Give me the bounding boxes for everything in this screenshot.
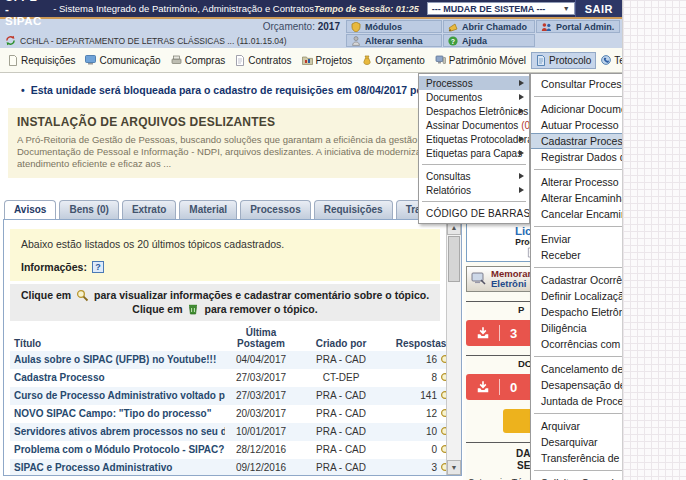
submenu-item[interactable]: Alterar Encaminhamento [531, 190, 623, 206]
tab[interactable]: Bens (0) [59, 200, 118, 219]
menu-orcamento[interactable]: Orçamento [357, 52, 429, 69]
magnifier-icon [76, 289, 89, 302]
sub-header: Orçamento: 2017 CCHLA - DEPARTAMENTO DE … [0, 19, 622, 48]
modules-icon [351, 22, 361, 32]
tab[interactable]: Extrato [122, 200, 176, 219]
submenu-item[interactable]: Cadastrar Ocorrências [531, 272, 623, 288]
topic-author: PRA - CAD [316, 462, 366, 473]
submenu-item[interactable]: Autuar Processo [531, 117, 623, 133]
menu-telefonia[interactable]: Telefonia [596, 52, 623, 69]
topic-replies-count: 0 [431, 444, 437, 455]
tab[interactable]: Material [179, 200, 237, 219]
news-title: INSTALAÇÃO DE ARQUIVOS DESLIZANTES [17, 115, 442, 129]
table-row: NOVO SIPAC Campo: "Tipo do processo" 20/… [10, 405, 446, 423]
tab[interactable]: Processos [240, 200, 311, 219]
topic-author: PRA - CAD [316, 390, 366, 401]
menu-item [422, 164, 526, 165]
submenu-item[interactable]: Adicionar Documento [531, 101, 623, 117]
submenu-item[interactable]: Juntada de Processos [531, 393, 623, 409]
open-ticket-button[interactable]: Abrir Chamado [443, 20, 535, 33]
table-row: SIPAC e Processo Administrativo 09/12/20… [10, 459, 446, 475]
topic-date: 09/12/2016 [236, 462, 286, 473]
menu-item[interactable]: Despachos Eletrônicos [419, 104, 529, 118]
unit-breadcrumb[interactable]: CCHLA - DEPARTAMENTO DE LETRAS CLÁSSICAS… [5, 35, 340, 46]
topic-author: PRA - CAD [316, 408, 366, 419]
topic-title-link[interactable]: Aulas sobre o SIPAC (UFPB) no Youtube!!! [14, 354, 216, 365]
topic-replies-count: 16 [426, 354, 437, 365]
menu-item[interactable]: Relatórios [419, 183, 529, 197]
help-question-icon[interactable]: ? [92, 261, 104, 273]
tab[interactable]: Avisos [4, 200, 56, 219]
menu-item[interactable]: Etiquetas Protocoladoras [419, 132, 529, 146]
blocking-warning: ! •Esta unidade será bloqueada para o ca… [12, 79, 463, 100]
topic-title-link[interactable]: NOVO SIPAC Campo: "Tipo do processo" [14, 408, 211, 419]
panel-scrollbar[interactable]: ▲ ▼ [446, 220, 461, 475]
menu-projetos[interactable]: Projetos [297, 52, 358, 69]
menu-protocolo[interactable]: Protocolo [531, 52, 596, 69]
contracts-icon [235, 55, 245, 66]
refresh-unit-icon [5, 35, 16, 46]
topic-title-link[interactable]: SIPAC e Processo Administrativo [14, 462, 172, 473]
menu-item[interactable]: Etiquetas para Capas [419, 146, 529, 160]
submenu-item[interactable]: Despacho Eletrônico [531, 304, 623, 320]
submenu-item[interactable]: Transferência de Processos [531, 450, 623, 466]
menu-item[interactable]: Processos [419, 76, 529, 90]
submenu-item[interactable]: Alterar Processo [531, 174, 623, 190]
modules-button[interactable]: Módulos [346, 20, 442, 33]
table-row: Aulas sobre o SIPAC (UFPB) no Youtube!!!… [10, 351, 446, 369]
menu-requisicoes[interactable]: Requisições [3, 52, 80, 69]
submenu-item[interactable]: Ocorrências com Prazos Atrasados [531, 336, 623, 352]
menu-item[interactable]: Documentos [419, 90, 529, 104]
info-label: Informações: [21, 261, 87, 273]
topic-title-link[interactable]: Cadastra Processo [14, 372, 105, 383]
menu-item[interactable]: CÓDIGO DE BARRAS [419, 206, 529, 220]
protocol-icon [536, 55, 546, 66]
topic-title-link[interactable]: Servidores ativos abrem processos no seu… [14, 426, 225, 437]
logout-button[interactable]: SAIR [575, 0, 622, 17]
submenu-item[interactable]: Arquivar [531, 418, 623, 434]
topic-title-link[interactable]: Curso de Processo Administrativo voltado… [14, 390, 225, 401]
help-button[interactable]: ? Ajuda [443, 34, 535, 47]
svg-text:?: ? [451, 37, 455, 44]
menu-compras[interactable]: Compras [166, 52, 231, 69]
scroll-down-button[interactable]: ▼ [447, 460, 461, 475]
submenu-item[interactable]: Definir Localização Física [531, 288, 623, 304]
change-password-button[interactable]: Alterar senha [346, 34, 442, 47]
scrollbar-thumb[interactable] [448, 236, 460, 282]
col-titulo: Título [10, 324, 225, 351]
submenu-item [534, 356, 623, 357]
topic-replies-count: 141 [420, 390, 437, 401]
submenu-item[interactable]: Receber [531, 247, 623, 263]
submenu-item[interactable]: Desapensação de Processos [531, 377, 623, 393]
news-line: A Pró-Reitoria de Gestão de Pessoas, bus… [17, 134, 442, 146]
portal-admin-button[interactable]: Portal Admin. [536, 20, 620, 33]
topic-author: PRA - CAD [316, 426, 366, 437]
menu-item[interactable]: Consultas [419, 169, 529, 183]
submenu-item[interactable]: Cancelamento de Juntadas [531, 361, 623, 377]
menu-contratos[interactable]: Contratos [230, 52, 296, 69]
submenu-item[interactable]: Enviar [531, 231, 623, 247]
submenu-item[interactable]: Solicitar Cancelamento [531, 475, 623, 480]
budget-icon [362, 55, 372, 65]
topic-title-link[interactable]: Problema com o Módulo Protocolo - SIPAC? [14, 444, 224, 455]
menu-item[interactable]: Assinar Documentos(0) [419, 118, 529, 132]
topic-replies-count: 10 [426, 426, 437, 437]
main-menubar: Requisições Comunicação Compras Contrato… [0, 48, 622, 73]
submenu-item[interactable]: Cadastrar Processo [531, 133, 623, 149]
change-system-select[interactable]: --- MUDAR DE SISTEMA --- ▼ [427, 2, 575, 15]
portal-tabs: AvisosBens (0)ExtratoMaterialProcessosRe… [4, 199, 463, 219]
patrimony-icon [435, 55, 446, 65]
topic-author: PRA - CAD [316, 444, 366, 455]
submenu-item[interactable]: Consultar Processo [531, 76, 623, 92]
projects-icon [302, 55, 313, 65]
submenu-item[interactable]: Registrar Dados do Processo [531, 149, 623, 165]
menu-patrimonio-movel[interactable]: Patrimônio Móvel [430, 52, 531, 69]
tab[interactable]: Requisições [314, 200, 393, 219]
news-line: atendimento eficiente e eficaz aos ... [17, 158, 442, 170]
submenu-item[interactable]: Diligência [531, 320, 623, 336]
submenu-item[interactable]: Desarquivar [531, 434, 623, 450]
app-subtitle: - Sistema Integrado de Patrimônio, Admin… [53, 3, 314, 14]
submenu-item[interactable]: Cancelar Encaminhamento [531, 206, 623, 222]
purchases-icon [171, 55, 182, 65]
menu-comunicacao[interactable]: Comunicação [80, 52, 165, 69]
